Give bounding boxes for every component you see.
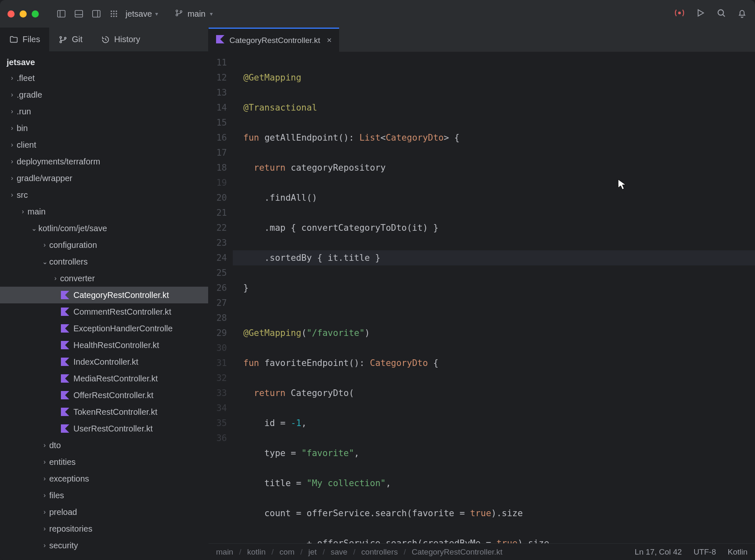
kotlin-icon bbox=[60, 308, 70, 316]
cursor-position[interactable]: Ln 17, Col 42 bbox=[635, 547, 682, 557]
breadcrumb[interactable]: controllers bbox=[361, 547, 398, 557]
tree-file[interactable]: TokenRestController.kt bbox=[0, 404, 208, 420]
left-panel-toggle-icon[interactable] bbox=[55, 8, 67, 20]
svg-point-10 bbox=[113, 13, 115, 15]
tree-file[interactable]: HealthRestController.kt bbox=[0, 337, 208, 353]
tree-folder[interactable]: ⌄controllers bbox=[0, 253, 208, 270]
tree-folder[interactable]: ›repositories bbox=[0, 520, 208, 537]
tree-file[interactable]: CategoryRestController.kt bbox=[0, 287, 208, 303]
notifications-icon[interactable] bbox=[737, 8, 747, 20]
file-tree[interactable]: jetsave ›.fleet ›.gradle ›.run ›bin ›cli… bbox=[0, 52, 208, 560]
kotlin-icon bbox=[60, 424, 70, 433]
tree-file[interactable]: MediaRestController.kt bbox=[0, 370, 208, 387]
chevron-right-icon: › bbox=[40, 241, 49, 249]
tree-folder[interactable]: ›.run bbox=[0, 103, 208, 120]
titlebar: jetsave ▾ main ▾ bbox=[0, 0, 755, 28]
editor-tab-strip: CategoryRestController.kt × bbox=[209, 28, 755, 52]
tree-folder[interactable]: ›.fleet bbox=[0, 70, 208, 86]
tree-root[interactable]: jetsave bbox=[0, 55, 208, 70]
svg-point-15 bbox=[176, 10, 178, 11]
tree-file[interactable]: ExceptionHandlerControlle bbox=[0, 320, 208, 337]
tree-folder[interactable]: ›entities bbox=[0, 454, 208, 470]
sidebar-tab-label: Files bbox=[23, 35, 40, 44]
breadcrumbs-bar: main/ kotlin/ com/ jet/ save/ controller… bbox=[209, 543, 755, 560]
chevron-right-icon: › bbox=[8, 158, 17, 165]
svg-point-18 bbox=[679, 12, 680, 13]
sidebar-tab-history[interactable]: History bbox=[92, 28, 149, 51]
breadcrumb[interactable]: com bbox=[279, 547, 294, 557]
chevron-right-icon: › bbox=[40, 542, 49, 549]
tree-folder[interactable]: ›dto bbox=[0, 437, 208, 454]
svg-point-22 bbox=[60, 36, 62, 38]
code-content[interactable]: @GetMapping @Transactional fun getAllEnd… bbox=[233, 52, 755, 543]
tree-folder[interactable]: ›gradle/wrapper bbox=[0, 170, 208, 187]
branch-icon bbox=[175, 9, 183, 19]
tree-file[interactable]: UserRestController.kt bbox=[0, 420, 208, 437]
tree-folder[interactable]: ›client bbox=[0, 136, 208, 153]
search-icon[interactable] bbox=[716, 8, 727, 20]
tree-folder[interactable]: ›main bbox=[0, 203, 208, 220]
tree-folder[interactable]: ›configuration bbox=[0, 237, 208, 253]
chevron-right-icon: › bbox=[40, 508, 49, 516]
minimize-window-button[interactable] bbox=[20, 10, 27, 18]
sidebar-tab-label: History bbox=[114, 35, 140, 44]
svg-rect-4 bbox=[93, 10, 100, 17]
svg-point-17 bbox=[180, 10, 182, 12]
editor-column: CategoryRestController.kt × 111213141516… bbox=[209, 28, 755, 560]
zoom-window-button[interactable] bbox=[32, 10, 39, 18]
kotlin-icon bbox=[60, 341, 70, 349]
breadcrumb[interactable]: jet bbox=[308, 547, 317, 557]
folder-icon bbox=[9, 35, 18, 44]
editor-tab-label: CategoryRestController.kt bbox=[229, 36, 320, 45]
tree-folder[interactable]: ›bin bbox=[0, 120, 208, 136]
editor-tab[interactable]: CategoryRestController.kt × bbox=[209, 28, 339, 52]
kotlin-icon bbox=[60, 291, 70, 299]
chevron-right-icon: › bbox=[18, 208, 28, 215]
chevron-right-icon: › bbox=[8, 174, 17, 182]
run-icon[interactable] bbox=[695, 8, 706, 20]
tree-folder[interactable]: ›preload bbox=[0, 504, 208, 520]
chevron-down-icon: ▾ bbox=[155, 10, 158, 17]
tree-folder[interactable]: ›files bbox=[0, 487, 208, 504]
tree-file[interactable]: CommentRestController.kt bbox=[0, 303, 208, 320]
file-language[interactable]: Kotlin bbox=[727, 547, 747, 557]
tree-folder[interactable]: ›converter bbox=[0, 270, 208, 287]
right-panel-toggle-icon[interactable] bbox=[91, 8, 102, 20]
sidebar-tab-files[interactable]: Files bbox=[0, 28, 49, 51]
sidebar-tab-git[interactable]: Git bbox=[49, 28, 92, 51]
breadcrumb[interactable]: main bbox=[216, 547, 233, 557]
chevron-down-icon: ⌄ bbox=[40, 258, 49, 266]
tree-folder[interactable]: ›src bbox=[0, 187, 208, 203]
tree-file[interactable]: OfferRestController.kt bbox=[0, 387, 208, 404]
svg-point-8 bbox=[116, 10, 117, 12]
tree-folder[interactable]: ›.gradle bbox=[0, 86, 208, 103]
tree-folder[interactable]: ›security bbox=[0, 537, 208, 554]
sidebar-tab-label: Git bbox=[72, 35, 83, 44]
gutter: 1112131415161718192021222324252627282930… bbox=[209, 52, 233, 543]
kotlin-icon bbox=[60, 408, 70, 416]
chevron-right-icon: › bbox=[51, 275, 60, 282]
file-encoding[interactable]: UTF-8 bbox=[694, 547, 716, 557]
grid-apps-icon[interactable] bbox=[108, 8, 120, 20]
breadcrumb[interactable]: CategoryRestController.kt bbox=[412, 547, 503, 557]
code-editor[interactable]: 1112131415161718192021222324252627282930… bbox=[209, 52, 755, 543]
breadcrumb[interactable]: kotlin bbox=[247, 547, 265, 557]
branch-icon bbox=[58, 35, 68, 44]
project-selector[interactable]: jetsave ▾ bbox=[126, 9, 158, 19]
close-window-button[interactable] bbox=[8, 10, 15, 18]
chevron-right-icon: › bbox=[8, 74, 17, 82]
branch-selector[interactable]: main ▾ bbox=[175, 9, 212, 19]
svg-point-6 bbox=[111, 10, 112, 12]
svg-marker-19 bbox=[698, 10, 704, 16]
tree-file[interactable]: IndexController.kt bbox=[0, 353, 208, 370]
close-tab-button[interactable]: × bbox=[327, 35, 332, 45]
tree-folder[interactable]: ›exceptions bbox=[0, 470, 208, 487]
code-with-me-icon[interactable] bbox=[674, 8, 685, 20]
svg-rect-2 bbox=[75, 10, 83, 17]
breadcrumb[interactable]: save bbox=[331, 547, 347, 557]
tree-folder[interactable]: ›deployments/terraform bbox=[0, 153, 208, 170]
bottom-panel-toggle-icon[interactable] bbox=[73, 8, 85, 20]
svg-point-20 bbox=[718, 10, 723, 15]
tree-folder[interactable]: ⌄kotlin/com/jet/save bbox=[0, 220, 208, 237]
svg-point-16 bbox=[176, 14, 178, 15]
